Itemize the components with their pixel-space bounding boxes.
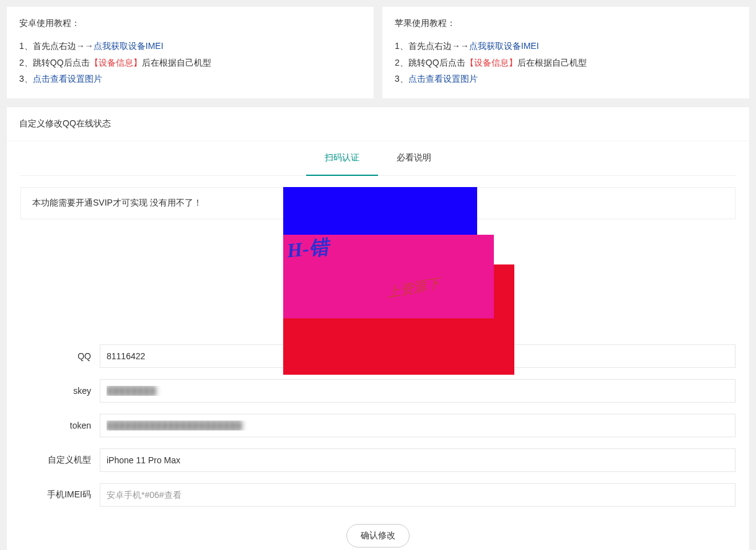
skey-label: skey bbox=[20, 386, 100, 396]
model-label: 自定义机型 bbox=[20, 455, 100, 466]
android-tutorial-title: 安卓使用教程： bbox=[19, 18, 361, 29]
apple-tutorial-title: 苹果使用教程： bbox=[395, 18, 737, 29]
list-item: 1、首先点右边→→点我获取设备IMEI bbox=[395, 38, 737, 55]
android-tutorial-card: 安卓使用教程： 1、首先点右边→→点我获取设备IMEI 2、跳转QQ后点击【设备… bbox=[6, 6, 374, 99]
get-imei-link[interactable]: 点我获取设备IMEI bbox=[469, 41, 539, 51]
list-item: 2、跳转QQ后点击【设备信息】后在根据自己机型 bbox=[19, 55, 361, 71]
tab-info[interactable]: 必看说明 bbox=[378, 141, 450, 176]
tab-scan[interactable]: 扫码认证 bbox=[306, 141, 378, 176]
imei-input[interactable] bbox=[100, 483, 736, 507]
apple-tutorial-card: 苹果使用教程： 1、首先点右边→→点我获取设备IMEI 2、跳转QQ后点击【设备… bbox=[382, 6, 750, 99]
list-item: 3、点击查看设置图片 bbox=[395, 71, 737, 87]
token-input[interactable] bbox=[100, 414, 736, 437]
token-label: token bbox=[20, 421, 100, 430]
imei-label: 手机IMEI码 bbox=[20, 489, 100, 500]
qq-label: QQ bbox=[20, 351, 100, 361]
view-image-link[interactable]: 点击查看设置图片 bbox=[33, 74, 102, 84]
tabs: 扫码认证 必看说明 bbox=[20, 141, 736, 176]
list-item: 2、跳转QQ后点击【设备信息】后在根据自己机型 bbox=[395, 55, 737, 71]
submit-button[interactable]: 确认修改 bbox=[346, 524, 410, 548]
list-item: 1、首先点右边→→点我获取设备IMEI bbox=[19, 38, 361, 55]
model-input[interactable] bbox=[100, 448, 736, 472]
main-title: 自定义修改QQ在线状态 bbox=[7, 107, 749, 141]
skey-input[interactable] bbox=[100, 379, 736, 403]
view-image-link[interactable]: 点击查看设置图片 bbox=[408, 74, 478, 84]
overlay-image: H-错 上资源下 bbox=[20, 230, 736, 311]
main-card: 自定义修改QQ在线状态 扫码认证 必看说明 本功能需要开通SVIP才可实现 没有… bbox=[6, 107, 750, 550]
get-imei-link[interactable]: 点我获取设备IMEI bbox=[94, 41, 164, 51]
list-item: 3、点击查看设置图片 bbox=[19, 71, 361, 87]
